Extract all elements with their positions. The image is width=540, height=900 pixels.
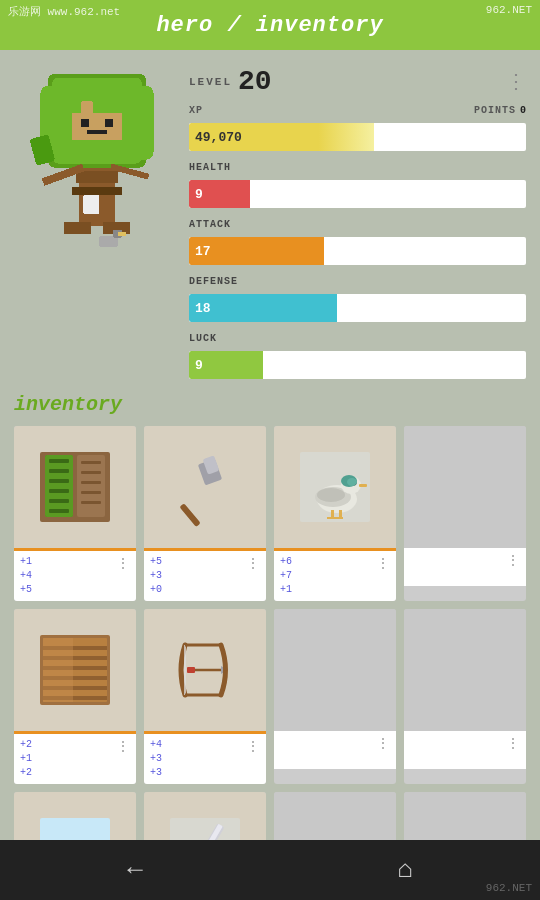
attack-bar: 17	[189, 237, 526, 265]
pigeon-icon	[295, 447, 375, 527]
defense-value: 18	[195, 301, 211, 316]
item-image-bow	[144, 609, 266, 731]
inventory-item-empty1[interactable]: ⋮	[404, 426, 526, 601]
item-menu-pigeon[interactable]: ⋮	[372, 555, 390, 572]
item-menu-empty3[interactable]: ⋮	[502, 735, 520, 752]
axe-icon	[165, 447, 245, 527]
svg-rect-69	[40, 818, 110, 840]
topbar-title: hero / inventory	[156, 13, 383, 38]
inventory-item-wood[interactable]: +2+1+2 ⋮	[14, 609, 136, 784]
svg-rect-49	[331, 510, 334, 518]
svg-rect-23	[49, 459, 69, 463]
svg-rect-6	[104, 119, 112, 127]
luck-label: LUCK	[189, 333, 526, 344]
inventory-item-bow[interactable]: +4+3+3 ⋮	[144, 609, 266, 784]
luck-bar: 9	[189, 351, 526, 379]
level-row: LEVEL 20 ⋮	[189, 66, 526, 97]
item-info-empty1: ⋮	[404, 548, 526, 586]
svg-rect-31	[81, 471, 101, 474]
item-menu-bow[interactable]: ⋮	[242, 738, 260, 755]
wood-icon	[35, 630, 115, 710]
svg-rect-22	[45, 455, 73, 517]
inventory-item-leaf[interactable]: +1+4+5 ⋮	[14, 426, 136, 601]
item-image-empty2	[274, 609, 396, 731]
inventory-item-pigeon[interactable]: +6+7+1 ⋮	[274, 426, 396, 601]
svg-rect-50	[339, 510, 342, 518]
item-menu-leaf[interactable]: ⋮	[112, 555, 130, 572]
svg-rect-28	[49, 509, 69, 513]
svg-rect-7	[87, 130, 107, 134]
svg-rect-24	[49, 469, 69, 473]
svg-rect-3	[81, 101, 93, 115]
item-menu-axe[interactable]: ⋮	[242, 555, 260, 572]
back-button[interactable]: ←	[95, 848, 175, 892]
item-image-sword	[144, 792, 266, 840]
svg-rect-46	[359, 484, 367, 487]
svg-rect-29	[77, 455, 105, 517]
level-value: 20	[238, 66, 272, 97]
svg-rect-18	[118, 232, 126, 236]
main-content: LEVEL 20 ⋮ XP POINTS 0 49,070 HEALTH 9	[0, 50, 540, 840]
level-label: LEVEL	[189, 76, 232, 88]
item-image-empty5	[404, 792, 526, 840]
svg-rect-30	[81, 461, 101, 464]
svg-point-48	[347, 478, 357, 486]
svg-rect-52	[335, 517, 343, 519]
item-image-empty3	[404, 609, 526, 731]
item-stats-bow: +4+3+3	[150, 738, 162, 780]
svg-point-42	[317, 488, 345, 502]
xp-label: XP	[189, 105, 203, 116]
item-stats-wood: +2+1+2	[20, 738, 32, 780]
health-value: 9	[195, 187, 203, 202]
svg-rect-51	[327, 517, 335, 519]
svg-rect-10	[63, 222, 90, 234]
inventory-item-sword[interactable]: +5 ⋮	[144, 792, 266, 840]
inventory-item-axe[interactable]: +5+3+0 ⋮	[144, 426, 266, 601]
inventory-item-empty5[interactable]: ⋮	[404, 792, 526, 840]
inventory-item-empty2[interactable]: ⋮	[274, 609, 396, 784]
item-image-pigeon	[274, 426, 396, 548]
inventory-item-snow[interactable]: +5 ⋮	[14, 792, 136, 840]
item-menu-empty1[interactable]: ⋮	[502, 552, 520, 569]
luck-value: 9	[195, 358, 203, 373]
xp-row: XP POINTS 0	[189, 105, 526, 116]
hero-stats-area: LEVEL 20 ⋮ XP POINTS 0 49,070 HEALTH 9	[189, 60, 526, 381]
watermark-left: 乐游网 www.962.net	[8, 4, 120, 19]
svg-rect-61	[43, 638, 73, 702]
attack-value: 17	[195, 244, 211, 259]
item-info-wood: +2+1+2 ⋮	[14, 731, 136, 784]
svg-rect-4	[71, 113, 122, 140]
svg-rect-80	[170, 818, 240, 840]
item-info-leaf: +1+4+5 ⋮	[14, 548, 136, 601]
item-image-leaf	[14, 426, 136, 548]
inventory-grid: +1+4+5 ⋮ +5+3+0 ⋮	[14, 426, 526, 840]
xp-value: 49,070	[195, 130, 242, 145]
item-image-snow	[14, 792, 136, 840]
svg-rect-25	[49, 479, 69, 483]
item-menu-empty2[interactable]: ⋮	[372, 735, 390, 752]
topbar: 乐游网 www.962.net hero / inventory 962.NET	[0, 0, 540, 50]
inventory-item-empty4[interactable]: ⋮	[274, 792, 396, 840]
points-value: 0	[520, 105, 526, 116]
svg-rect-19	[83, 195, 99, 215]
item-info-pigeon: +6+7+1 ⋮	[274, 548, 396, 601]
item-info-axe: +5+3+0 ⋮	[144, 548, 266, 601]
level-menu-dots[interactable]: ⋮	[506, 69, 526, 94]
home-button[interactable]: ⌂	[365, 848, 445, 892]
health-bar: 9	[189, 180, 526, 208]
health-label: HEALTH	[189, 162, 526, 173]
defense-bar: 18	[189, 294, 526, 322]
item-image-empty1	[404, 426, 526, 548]
svg-rect-5	[81, 119, 89, 127]
bottom-navigation: ← ⌂ 962.NET	[0, 840, 540, 900]
bow-icon	[165, 630, 245, 710]
hero-sprite	[27, 70, 167, 265]
hero-sprite-area	[14, 60, 179, 381]
svg-rect-9	[75, 171, 118, 183]
item-image-empty4	[274, 792, 396, 840]
item-info-empty3: ⋮	[404, 731, 526, 769]
snow-icon	[35, 813, 115, 840]
inventory-item-empty3[interactable]: ⋮	[404, 609, 526, 784]
item-menu-wood[interactable]: ⋮	[112, 738, 130, 755]
defense-label: DEFENSE	[189, 276, 526, 287]
